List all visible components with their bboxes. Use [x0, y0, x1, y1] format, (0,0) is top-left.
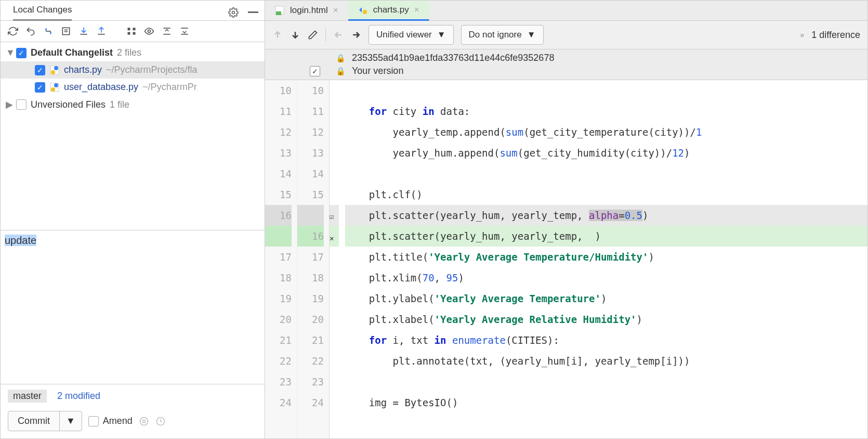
svg-point-23: [142, 420, 145, 422]
changelist-icon[interactable]: [61, 26, 71, 36]
editor-panel: login.html × charts.py × Unified viewer …: [265, 0, 868, 439]
tab-label: login.html: [290, 5, 328, 16]
lock-icon: 🔒: [336, 67, 346, 76]
preview-icon[interactable]: [144, 26, 154, 36]
viewer-mode-dropdown[interactable]: Unified viewer ▼: [369, 25, 454, 45]
diff-header: 🔒 235355ad41b9ae1fda33763d11e44c6fe93526…: [265, 49, 867, 80]
file-row-userdb[interactable]: ✓ user_database.py ~/PycharmPr: [1, 79, 265, 96]
chevron-down-icon: ▼: [527, 30, 536, 40]
svg-rect-7: [98, 34, 104, 35]
svg-point-19: [54, 66, 58, 70]
python-file-icon: [49, 82, 60, 93]
local-changes-panel: Local Changes ▼ ✓ Default Changelist 2 f…: [0, 0, 265, 439]
svg-rect-6: [80, 34, 87, 35]
group-icon[interactable]: [126, 26, 137, 36]
python-file-icon: [49, 65, 60, 75]
caret-right-icon[interactable]: ▶: [6, 99, 12, 110]
commit-button-label: Commit: [8, 411, 59, 431]
changelist-checkbox[interactable]: ✓: [16, 48, 27, 58]
svg-point-24: [140, 417, 148, 425]
chevron-down-icon: ▼: [437, 30, 446, 40]
changelist-count: 2 files: [117, 47, 141, 58]
svg-point-21: [51, 87, 55, 92]
next-diff-icon[interactable]: [290, 30, 300, 40]
svg-rect-10: [128, 32, 130, 35]
svg-rect-1: [248, 11, 258, 13]
diff-count: 1 difference: [811, 30, 860, 41]
svg-rect-2: [46, 31, 51, 32]
unshelve-icon[interactable]: [96, 26, 107, 36]
your-version-label: Your version: [352, 66, 403, 76]
file-path: ~/PycharmPr: [142, 82, 197, 93]
shelve-icon[interactable]: [78, 26, 89, 36]
python-diff-file-icon: [358, 5, 368, 15]
whitespace-dropdown[interactable]: Do not ignore ▼: [461, 25, 544, 45]
revision-hash: 235355ad41b9ae1fda33763d11e44c6fe9352678: [352, 53, 554, 63]
whitespace-label: Do not ignore: [469, 30, 522, 40]
tab-login-html[interactable]: login.html ×: [265, 1, 348, 20]
svg-point-18: [51, 70, 55, 74]
svg-point-0: [232, 11, 235, 14]
diff-icon[interactable]: [43, 26, 54, 36]
svg-point-12: [148, 30, 151, 33]
close-icon[interactable]: ×: [414, 5, 419, 15]
amend-checkbox[interactable]: [88, 416, 99, 427]
commit-message-text: update: [5, 235, 36, 246]
svg-rect-11: [133, 32, 136, 35]
changelist-label: Default Changelist: [31, 47, 113, 58]
branch-name[interactable]: master: [8, 390, 47, 403]
amend-label: Amend: [103, 416, 133, 427]
file-path: ~/PycharmProjects/fla: [106, 64, 198, 75]
svg-rect-8: [128, 28, 130, 30]
file-row-charts[interactable]: ✓ charts.py ~/PycharmProjects/fla: [1, 61, 265, 79]
unversioned-checkbox[interactable]: [16, 99, 27, 110]
commit-button[interactable]: Commit ▼: [8, 411, 82, 431]
prev-diff-icon[interactable]: [272, 30, 283, 40]
unversioned-count: 1 file: [110, 99, 129, 110]
svg-point-28: [363, 10, 367, 14]
svg-point-22: [54, 83, 58, 87]
expand-icon[interactable]: [162, 26, 172, 36]
viewer-mode-label: Unified viewer: [376, 30, 432, 40]
changelist-row[interactable]: ▼ ✓ Default Changelist 2 files: [1, 44, 265, 61]
modified-link[interactable]: 2 modified: [57, 391, 100, 402]
unversioned-row[interactable]: ▶ Unversioned Files 1 file: [1, 96, 265, 113]
back-icon[interactable]: [333, 30, 344, 40]
history-icon[interactable]: [155, 416, 166, 427]
gear-icon[interactable]: [228, 7, 239, 18]
diff-body[interactable]: 1011121314151617181920212223241011121314…: [265, 80, 867, 438]
collapse-icon[interactable]: [179, 26, 190, 36]
caret-down-icon[interactable]: ▼: [6, 47, 12, 58]
vcs-toolbar: [1, 21, 265, 42]
commit-dropdown-icon[interactable]: ▼: [59, 411, 82, 431]
file-name: charts.py: [64, 64, 102, 75]
diff-toolbar: Unified viewer ▼ Do not ignore ▼ » 1 dif…: [265, 21, 867, 49]
unversioned-label: Unversioned Files: [31, 99, 106, 110]
gear-icon[interactable]: [139, 416, 149, 427]
file-checkbox[interactable]: ✓: [35, 65, 45, 75]
svg-rect-9: [133, 28, 136, 30]
changes-tree: ▼ ✓ Default Changelist 2 files ✓ charts.…: [1, 42, 265, 115]
close-icon[interactable]: ×: [333, 5, 338, 16]
more-icon[interactable]: »: [800, 31, 804, 39]
commit-message-area[interactable]: update: [1, 230, 265, 384]
refresh-icon[interactable]: [8, 26, 18, 36]
editor-tabs: login.html × charts.py ×: [265, 1, 867, 21]
forward-icon[interactable]: [351, 30, 361, 40]
html-file-icon: [274, 5, 285, 16]
commit-footer: master 2 modified Commit ▼ Amend: [1, 384, 265, 438]
tab-charts-py[interactable]: charts.py ×: [348, 1, 429, 21]
file-name: user_database.py: [64, 82, 138, 93]
local-changes-title: Local Changes: [13, 5, 72, 21]
lock-icon: 🔒: [336, 54, 346, 63]
svg-rect-27: [276, 11, 281, 15]
include-checkbox[interactable]: ✓: [310, 66, 320, 76]
tab-label: charts.py: [373, 5, 409, 15]
minimize-icon[interactable]: [248, 7, 258, 18]
file-checkbox[interactable]: ✓: [35, 82, 45, 93]
rollback-icon[interactable]: [25, 26, 36, 36]
local-changes-header: Local Changes: [1, 1, 265, 21]
edit-icon[interactable]: [308, 30, 318, 40]
